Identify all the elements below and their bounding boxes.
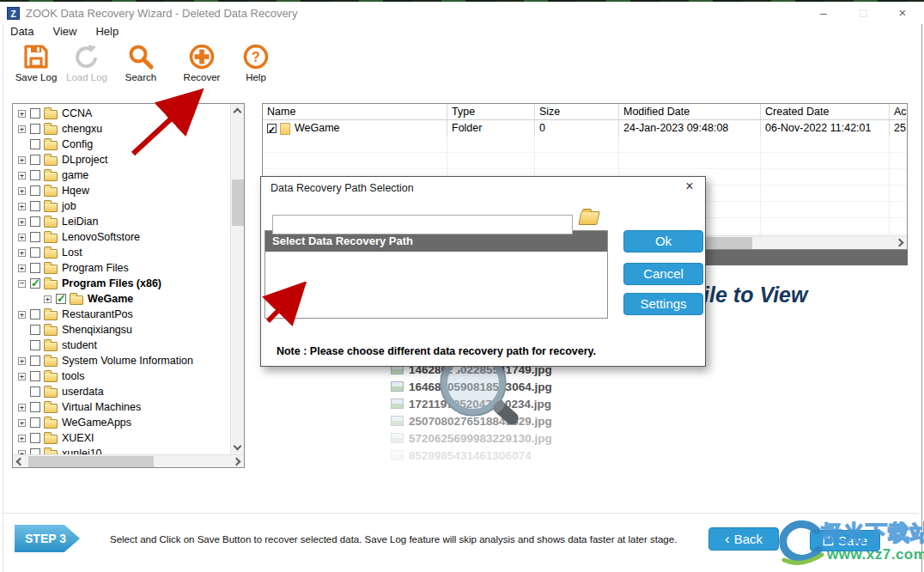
tree-item[interactable]: job	[14, 198, 230, 214]
tree-item[interactable]: student	[14, 338, 230, 353]
tree-checkbox-checked[interactable]	[56, 294, 66, 304]
tree-item[interactable]: tools	[14, 368, 230, 384]
tree-checkbox[interactable]	[30, 139, 40, 149]
tree-checkbox[interactable]	[30, 371, 40, 381]
scroll-right-icon[interactable]	[896, 239, 904, 247]
minimize-button[interactable]: –	[814, 4, 833, 21]
tree-item[interactable]: Program Files (x86)	[14, 276, 230, 291]
help-button[interactable]: ? Help	[228, 43, 284, 82]
annotation-arrow-recover	[125, 82, 223, 163]
column-header-size[interactable]: Size	[535, 104, 619, 120]
cancel-button[interactable]: Cancel	[623, 263, 703, 285]
tree-checkbox[interactable]	[30, 155, 40, 165]
column-header-created[interactable]: Created Date	[761, 104, 890, 120]
tree-horizontal-scrollbar[interactable]	[13, 454, 244, 467]
tree-checkbox[interactable]	[30, 186, 40, 196]
scroll-left-icon[interactable]	[16, 458, 25, 466]
expand-plus-icon[interactable]	[18, 156, 26, 164]
tree-checkbox[interactable]	[30, 402, 40, 412]
tree-item[interactable]: Lost	[14, 245, 230, 260]
recover-button[interactable]: Recover	[173, 43, 230, 82]
menu-view[interactable]: View	[49, 23, 85, 40]
ok-button[interactable]: Ok	[623, 230, 703, 253]
table-row[interactable]: WeGame Folder 0 24-Jan-2023 09:48:08 06-…	[263, 120, 907, 137]
refresh-icon	[73, 43, 100, 70]
expand-plus-icon[interactable]	[18, 265, 26, 272]
expand-plus-icon[interactable]	[18, 125, 26, 133]
recovery-path-input[interactable]	[272, 215, 573, 234]
folder-icon	[44, 249, 58, 259]
tree-checkbox[interactable]	[30, 108, 40, 119]
tree-item[interactable]: game	[14, 167, 230, 183]
menu-help[interactable]: Help	[92, 23, 127, 40]
expand-plus-icon[interactable]	[18, 435, 26, 442]
tree-item[interactable]: Program Files	[14, 260, 230, 276]
folder-icon	[70, 295, 83, 305]
tree-item[interactable]: LeiDian	[14, 214, 230, 229]
expand-plus-icon[interactable]	[18, 234, 26, 241]
collapse-minus-icon[interactable]	[18, 280, 26, 288]
expand-plus-icon[interactable]	[18, 249, 26, 257]
column-header-type[interactable]: Type	[447, 104, 535, 120]
save-log-button[interactable]: Save Log	[8, 43, 64, 82]
column-header-name[interactable]: Name	[263, 104, 447, 120]
search-button[interactable]: Search	[112, 43, 169, 82]
tree-checkbox[interactable]	[30, 247, 40, 258]
tree-checkbox[interactable]	[30, 448, 40, 454]
scrollbar-thumb[interactable]	[232, 180, 244, 226]
tree-checkbox[interactable]	[30, 170, 40, 180]
expand-plus-icon[interactable]	[18, 373, 26, 380]
settings-button[interactable]: Settings	[623, 293, 703, 315]
folder-icon	[44, 187, 58, 197]
column-header-modified[interactable]: Modified Date	[619, 104, 761, 120]
tree-item[interactable]: xunlei10	[14, 446, 230, 454]
tree-item[interactable]: XUEXI	[14, 430, 230, 446]
scroll-down-icon[interactable]	[234, 442, 242, 451]
tree-item[interactable]: System Volume Information	[14, 353, 230, 368]
tree-checkbox-checked[interactable]	[30, 278, 40, 289]
close-button[interactable]: ×	[893, 4, 912, 21]
tree-item[interactable]: Virtual Machines	[14, 399, 230, 415]
column-header-accessed[interactable]: Ac	[890, 104, 908, 120]
tree-checkbox[interactable]	[30, 325, 40, 335]
expand-plus-icon[interactable]	[44, 295, 52, 303]
tree-item[interactable]: LenovoSoftstore	[14, 229, 230, 245]
tree-item[interactable]: Shenqixiangsu	[14, 322, 230, 338]
tree-checkbox[interactable]	[30, 309, 40, 319]
tree-item[interactable]: Hqew	[14, 183, 230, 198]
tree-checkbox[interactable]	[30, 263, 40, 273]
row-checkbox-checked[interactable]	[267, 124, 277, 133]
tree-checkbox[interactable]	[30, 433, 40, 443]
tree-checkbox[interactable]	[30, 386, 40, 397]
tree-item[interactable]: userdata	[14, 384, 230, 399]
tree-checkbox[interactable]	[30, 201, 40, 211]
tree-item[interactable]: RestaurantPos	[14, 307, 230, 322]
expand-plus-icon[interactable]	[18, 110, 26, 118]
tree-item[interactable]: WeGameApps	[14, 415, 230, 430]
dialog-close-icon[interactable]: ×	[682, 179, 697, 194]
tree-checkbox[interactable]	[30, 340, 40, 350]
expand-plus-icon[interactable]	[18, 419, 26, 427]
maximize-button[interactable]: □	[854, 4, 872, 21]
expand-plus-icon[interactable]	[18, 357, 26, 365]
scroll-right-icon[interactable]	[233, 458, 241, 466]
expand-plus-icon[interactable]	[18, 187, 26, 195]
scrollbar-thumb[interactable]	[28, 456, 154, 467]
tree-checkbox[interactable]	[30, 417, 40, 428]
expand-plus-icon[interactable]	[18, 203, 26, 210]
tree-checkbox[interactable]	[30, 124, 40, 134]
expand-plus-icon[interactable]	[18, 218, 26, 226]
back-button[interactable]: ‹Back	[708, 527, 779, 551]
expand-plus-icon[interactable]	[18, 404, 26, 411]
tree-checkbox[interactable]	[30, 356, 40, 366]
tree-item[interactable]: WeGame	[14, 291, 230, 307]
browse-folder-icon[interactable]	[578, 211, 599, 225]
expand-plus-icon[interactable]	[18, 172, 26, 180]
tree-vertical-scrollbar[interactable]	[230, 104, 244, 454]
scroll-up-icon[interactable]	[234, 108, 242, 117]
expand-plus-icon[interactable]	[18, 311, 26, 319]
load-log-label: Load Log	[58, 72, 115, 82]
tree-checkbox[interactable]	[30, 232, 40, 242]
tree-checkbox[interactable]	[30, 216, 40, 227]
menu-data[interactable]: Data	[7, 23, 42, 40]
